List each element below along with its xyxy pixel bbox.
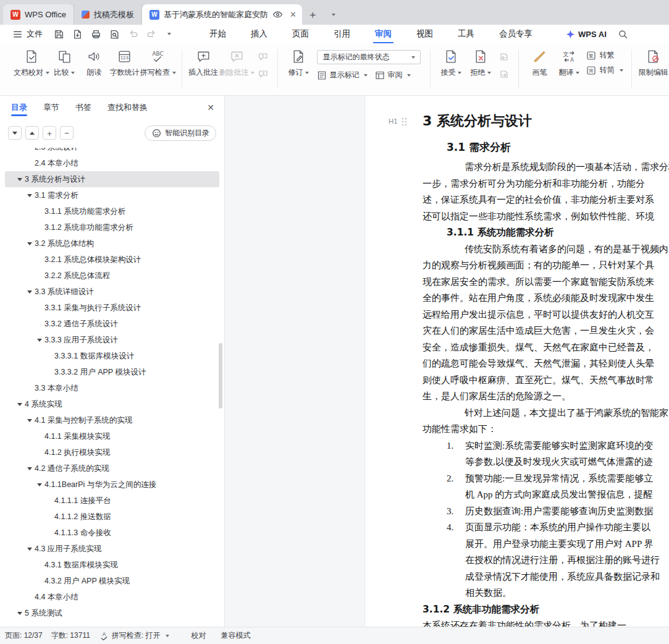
toc-item[interactable]: 3.2.1 系统总体模块架构设计 bbox=[5, 252, 219, 268]
toc-item[interactable]: 3.3.2 通信子系统设计 bbox=[5, 316, 219, 332]
tab-document-active[interactable]: W 基于鸿蒙系统的智能家庭安防 ✕ bbox=[142, 4, 302, 25]
toc-item[interactable]: 3.2 系统总体结构 bbox=[5, 235, 219, 252]
toc-expand-arrow-icon[interactable] bbox=[25, 290, 35, 294]
toc-item[interactable]: 3.3.3.1 数据库模块设计 bbox=[5, 348, 219, 364]
menu-tab-审阅[interactable]: 审阅 bbox=[367, 25, 400, 43]
expand-all-button[interactable] bbox=[25, 126, 39, 140]
qat-customize-chevron-icon[interactable] bbox=[165, 33, 171, 35]
markup-state-dropdown[interactable]: 显示标记的最终状态 bbox=[317, 50, 421, 64]
toc-expand-arrow-icon[interactable] bbox=[35, 339, 44, 342]
toc-scrollbar-thumb[interactable] bbox=[219, 343, 222, 409]
pen-button[interactable]: 画笔 bbox=[524, 43, 554, 78]
redo-button[interactable] bbox=[146, 29, 157, 40]
toc-item[interactable]: 2.3 系统设计 bbox=[5, 148, 219, 155]
toc-item[interactable]: 3.3.1 采集与执行子系统设计 bbox=[5, 300, 219, 316]
to-simplified-button[interactable]: 简 转简 bbox=[586, 65, 623, 75]
menu-tab-工具[interactable]: 工具 bbox=[450, 25, 482, 43]
export-button[interactable] bbox=[72, 29, 83, 40]
show-markup-button[interactable]: 显示标记 bbox=[317, 70, 368, 80]
menu-tab-开始[interactable]: 开始 bbox=[201, 25, 234, 43]
toc-expand-arrow-icon[interactable] bbox=[25, 242, 35, 245]
toc-item[interactable]: 2.4 本章小结 bbox=[5, 155, 219, 171]
toc-item[interactable]: 3.3.3.2 用户 APP 模块设计 bbox=[5, 364, 219, 380]
toc-item[interactable]: 4.1.1BearPi 与华为云之间的连接 bbox=[5, 477, 219, 493]
sidebar-tab-书签[interactable]: 书签 bbox=[75, 96, 91, 119]
toc-expand-arrow-icon[interactable] bbox=[25, 194, 35, 197]
collapse-all-button[interactable] bbox=[8, 126, 22, 140]
toc-expand-arrow-icon[interactable] bbox=[15, 178, 25, 181]
new-tab-button[interactable]: ＋ bbox=[302, 4, 324, 25]
toc-expand-arrow-icon[interactable] bbox=[25, 467, 35, 470]
translate-button[interactable]: 文A 翻译 bbox=[554, 43, 584, 78]
insert-comment-button[interactable]: 插入批注 bbox=[188, 43, 219, 78]
wps-ai-button[interactable]: WPS AI bbox=[566, 30, 607, 39]
print-button[interactable] bbox=[91, 29, 101, 40]
toc-item[interactable]: 3.2.2 系统总体流程 bbox=[5, 268, 219, 284]
tab-list-chevron-icon[interactable] bbox=[324, 4, 341, 25]
toc-item[interactable]: 4.1.1.3 命令接收 bbox=[5, 525, 219, 541]
toc-item[interactable]: 3.1 需求分析 bbox=[5, 187, 219, 203]
menu-tab-插入[interactable]: 插入 bbox=[243, 25, 276, 43]
close-tab-icon[interactable]: ✕ bbox=[290, 11, 297, 19]
next-revision-button[interactable] bbox=[497, 68, 511, 80]
toc-item[interactable]: 4.4 本章小结 bbox=[5, 589, 219, 605]
toc-item[interactable]: 4.2 通信子系统的实现 bbox=[5, 460, 219, 477]
tab-wps-home[interactable]: W WPS Office bbox=[3, 4, 74, 25]
sidebar-tab-目录[interactable]: 目录 bbox=[11, 96, 27, 119]
heading-level-marker[interactable]: H1 bbox=[389, 108, 408, 134]
print-preview-button[interactable] bbox=[109, 29, 120, 40]
toc-item[interactable]: 3.1.1 系统功能需求分析 bbox=[5, 203, 219, 219]
file-menu-button[interactable]: 文件 bbox=[9, 28, 46, 40]
search-button[interactable] bbox=[618, 29, 628, 40]
accept-change-button[interactable]: 接受 bbox=[436, 43, 466, 78]
toc-expand-arrow-icon[interactable] bbox=[15, 403, 25, 406]
toc-item[interactable]: 4.1.1.2 推送数据 bbox=[5, 509, 219, 525]
zoom-out-button[interactable]: − bbox=[60, 126, 74, 140]
menu-tab-会员专享[interactable]: 会员专享 bbox=[491, 25, 541, 43]
toc-item[interactable]: 4.1.1.1 连接平台 bbox=[5, 493, 219, 509]
toc-expand-arrow-icon[interactable] bbox=[15, 612, 25, 615]
sidebar-tab-查找和替换[interactable]: 查找和替换 bbox=[107, 96, 148, 119]
toc-item[interactable]: 5 系统测试 bbox=[5, 605, 219, 621]
toc-item[interactable]: 3.3 系统详细设计 bbox=[5, 284, 219, 300]
toc-item[interactable]: 4.3.2 用户 APP 模块实现 bbox=[5, 573, 219, 589]
review-pane-button[interactable]: 审阅 bbox=[375, 70, 411, 80]
reject-change-button[interactable]: 拒绝 bbox=[466, 43, 495, 78]
menu-tab-页面[interactable]: 页面 bbox=[284, 25, 317, 43]
tab-template-site[interactable]: 找稿壳模板 bbox=[74, 4, 142, 25]
menu-tab-视图[interactable]: 视图 bbox=[408, 25, 441, 43]
toc-item[interactable]: 4.1.2 执行模块实现 bbox=[5, 444, 219, 460]
toc-item[interactable]: 3.1.2 系统非功能需求分析 bbox=[5, 219, 219, 235]
toc-item[interactable]: 3 系统分析与设计 bbox=[5, 171, 219, 187]
toc-item[interactable]: 4.3 应用子系统实现 bbox=[5, 541, 219, 557]
restrict-edit-button[interactable]: 限制编辑 bbox=[637, 43, 669, 78]
sidebar-tab-章节[interactable]: 章节 bbox=[43, 96, 59, 119]
spell-check-button[interactable]: ABC 拼写检查 bbox=[140, 43, 176, 78]
previous-revision-button[interactable] bbox=[497, 51, 511, 63]
save-button[interactable] bbox=[54, 29, 64, 40]
proofread-status[interactable]: 校对 bbox=[191, 630, 206, 641]
delete-comment-button[interactable]: 删除批注 bbox=[219, 43, 255, 78]
toc-expand-arrow-icon[interactable] bbox=[25, 548, 35, 551]
doc-proofread-button[interactable]: 文档校对 bbox=[14, 43, 49, 78]
to-traditional-button[interactable]: 繁 转繁 bbox=[586, 50, 623, 61]
toc-item[interactable]: 4 系统实现 bbox=[5, 396, 219, 412]
toc-item[interactable]: 4.3.1 数据库模块实现 bbox=[5, 557, 219, 573]
smart-toc-button[interactable]: 智能识别目录 bbox=[145, 125, 216, 141]
close-sidebar-icon[interactable]: ✕ bbox=[207, 96, 214, 119]
toc-item[interactable]: 4.1 采集与控制子系统的实现 bbox=[5, 412, 219, 428]
zoom-in-button[interactable]: ＋ bbox=[43, 126, 56, 140]
undo-button[interactable] bbox=[128, 29, 138, 40]
toc-expand-arrow-icon[interactable] bbox=[25, 419, 35, 422]
toc-item[interactable]: 3.3 本章小结 bbox=[5, 380, 219, 396]
menu-tab-引用[interactable]: 引用 bbox=[326, 25, 358, 43]
spellcheck-status[interactable]: A 拼写检查: 打开 bbox=[99, 630, 169, 641]
previous-comment-button[interactable] bbox=[256, 51, 270, 63]
compare-button[interactable]: 比较 bbox=[49, 43, 79, 78]
document-page[interactable]: H13 系统分析与设计3.1 需求分析需求分析是系统规划阶段的一项基本活动，需求… bbox=[364, 96, 669, 627]
next-comment-button[interactable] bbox=[256, 68, 270, 80]
drag-handle-icon[interactable] bbox=[402, 117, 408, 125]
word-count-button[interactable]: 123 字数统计 bbox=[109, 43, 140, 78]
toc-item[interactable]: 4.1.1 采集模块实现 bbox=[5, 428, 219, 444]
toc-expand-arrow-icon[interactable] bbox=[35, 483, 44, 486]
